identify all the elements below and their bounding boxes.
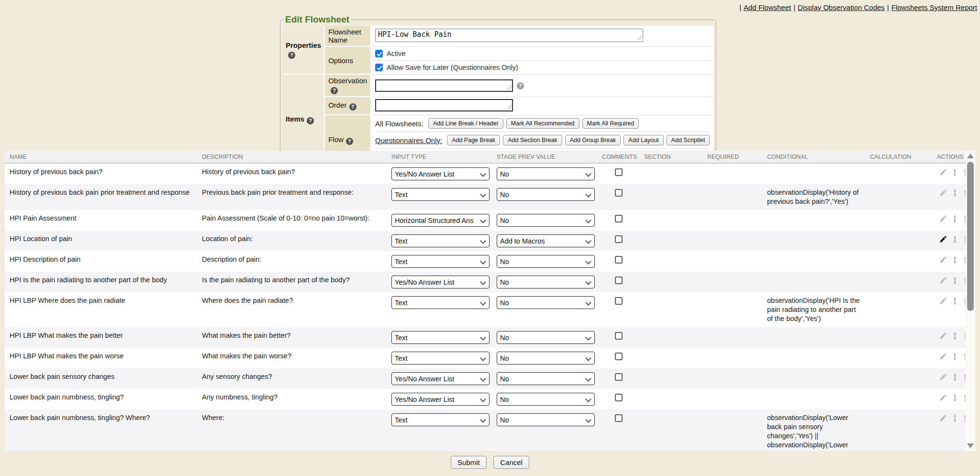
edit-icon[interactable] bbox=[939, 256, 947, 264]
nav-link[interactable]: Flowsheets System Report bbox=[891, 3, 977, 11]
stage-prev-value-select[interactable]: No bbox=[497, 352, 595, 365]
scroll-down-arrow-icon[interactable] bbox=[967, 443, 974, 448]
stage-prev-value-select[interactable]: Add to Macros bbox=[497, 234, 595, 247]
edit-icon[interactable] bbox=[939, 215, 947, 223]
stage-prev-value-select[interactable]: No bbox=[497, 188, 595, 201]
flow-action-button[interactable]: Add Section Break bbox=[503, 135, 562, 145]
stage-prev-value-select[interactable]: No bbox=[497, 276, 595, 288]
items-help-icon[interactable]: ? bbox=[307, 117, 314, 124]
column-header: CALCULATION bbox=[865, 151, 932, 163]
input-type-select[interactable]: Yes/No Answer List bbox=[391, 393, 490, 406]
item-section-cell bbox=[639, 292, 702, 327]
move-icon[interactable] bbox=[951, 256, 959, 264]
move-icon[interactable] bbox=[951, 277, 959, 285]
edit-icon[interactable] bbox=[939, 277, 947, 285]
stage-prev-value-select[interactable]: No bbox=[497, 331, 595, 344]
edit-icon[interactable] bbox=[939, 168, 947, 177]
order-help-icon[interactable]: ? bbox=[349, 103, 356, 111]
input-type-select[interactable]: Text bbox=[391, 188, 490, 201]
input-type-select[interactable]: Text bbox=[391, 331, 490, 344]
input-type-select[interactable]: Text bbox=[391, 352, 490, 365]
item-stage-prev-cell: No bbox=[492, 389, 597, 410]
edit-icon[interactable] bbox=[939, 414, 947, 422]
input-type-select[interactable]: Yes/No Answer List bbox=[391, 167, 490, 180]
submit-button[interactable]: Submit bbox=[451, 456, 487, 469]
flow-action-button[interactable]: Mark All Required bbox=[582, 118, 639, 129]
input-type-select[interactable]: Yes/No Answer List bbox=[391, 372, 490, 385]
comments-checkbox[interactable] bbox=[615, 414, 623, 422]
observation-field-help-icon[interactable]: ? bbox=[517, 82, 524, 89]
input-type-select[interactable]: Text bbox=[391, 296, 490, 309]
comments-checkbox[interactable] bbox=[615, 168, 623, 176]
item-stage-prev-cell: No bbox=[492, 210, 597, 231]
scroll-thumb[interactable] bbox=[967, 162, 974, 311]
move-icon[interactable] bbox=[951, 332, 959, 340]
properties-help-icon[interactable]: ? bbox=[288, 52, 295, 59]
comments-checkbox[interactable] bbox=[615, 189, 623, 197]
stage-prev-value-select[interactable]: No bbox=[497, 296, 595, 309]
move-icon[interactable] bbox=[951, 297, 959, 305]
edit-icon[interactable] bbox=[939, 297, 947, 305]
move-icon[interactable] bbox=[951, 235, 959, 244]
input-type-select[interactable]: Text bbox=[391, 413, 490, 426]
item-stage-prev-cell: No bbox=[492, 251, 597, 272]
nav-link[interactable]: Display Observation Codes bbox=[798, 3, 885, 11]
flow-action-button[interactable]: Add Line Break / Header bbox=[428, 118, 503, 129]
flow-action-button[interactable]: Add Layout bbox=[624, 135, 663, 145]
edit-icon[interactable] bbox=[939, 373, 947, 381]
item-comments-cell bbox=[597, 292, 639, 327]
item-description: Previous back pain prior treatment and r… bbox=[197, 184, 387, 210]
move-icon[interactable] bbox=[951, 189, 959, 197]
scroll-up-arrow-icon[interactable] bbox=[967, 154, 974, 158]
order-input[interactable] bbox=[375, 99, 513, 111]
move-icon[interactable] bbox=[951, 353, 959, 361]
edit-icon[interactable] bbox=[939, 332, 947, 340]
edit-icon[interactable] bbox=[939, 189, 947, 197]
edit-icon[interactable] bbox=[939, 235, 947, 244]
move-icon[interactable] bbox=[951, 394, 959, 402]
input-type-select[interactable]: Yes/No Answer List bbox=[391, 276, 490, 288]
observation-help-icon[interactable]: ? bbox=[331, 87, 338, 94]
cancel-button[interactable]: Cancel bbox=[493, 456, 529, 469]
flowsheet-name-input[interactable] bbox=[375, 29, 643, 42]
stage-prev-value-select[interactable]: No bbox=[497, 413, 595, 426]
item-comments-cell bbox=[597, 272, 639, 292]
move-icon[interactable] bbox=[951, 168, 959, 177]
stage-prev-value-select[interactable]: No bbox=[497, 255, 595, 268]
flow-action-button[interactable]: Add Page Break bbox=[447, 135, 500, 145]
observation-input[interactable] bbox=[375, 79, 513, 92]
comments-checkbox[interactable] bbox=[615, 277, 623, 284]
nav-link[interactable]: Add Flowsheet bbox=[744, 3, 791, 11]
edit-icon[interactable] bbox=[939, 353, 947, 361]
scrollbar[interactable] bbox=[966, 151, 975, 451]
input-type-select[interactable]: Text bbox=[391, 255, 490, 268]
comments-checkbox[interactable] bbox=[615, 332, 623, 340]
comments-checkbox[interactable] bbox=[615, 235, 623, 243]
flow-action-button[interactable]: Add Scriptlet bbox=[667, 135, 710, 145]
flow-help-icon[interactable]: ? bbox=[346, 138, 353, 145]
move-icon[interactable] bbox=[951, 414, 959, 422]
option-checkbox[interactable] bbox=[375, 64, 383, 71]
stage-prev-value-select[interactable]: No bbox=[497, 167, 595, 180]
item-description: History of previous back pain? bbox=[197, 163, 387, 184]
stage-prev-value-select[interactable]: No bbox=[497, 393, 595, 406]
move-icon[interactable] bbox=[951, 373, 959, 381]
form-legend: Edit Flowsheet bbox=[284, 14, 351, 25]
comments-checkbox[interactable] bbox=[615, 394, 623, 401]
comments-checkbox[interactable] bbox=[615, 373, 623, 381]
flow-action-button[interactable]: Add Group Break bbox=[565, 135, 621, 145]
stage-prev-value-select[interactable]: No bbox=[497, 214, 595, 227]
input-type-select[interactable]: Text bbox=[391, 234, 490, 247]
comments-checkbox[interactable] bbox=[615, 215, 623, 222]
stage-prev-value-select[interactable]: No bbox=[497, 372, 595, 385]
comments-checkbox[interactable] bbox=[615, 353, 623, 360]
edit-icon[interactable] bbox=[939, 394, 947, 402]
table-row: HPI LBP Where does the pain radiateWhere… bbox=[5, 292, 966, 327]
input-type-select[interactable]: Horizontal Structured Ans bbox=[391, 214, 490, 227]
item-required-cell bbox=[702, 210, 762, 231]
move-icon[interactable] bbox=[951, 215, 959, 223]
comments-checkbox[interactable] bbox=[615, 256, 623, 264]
comments-checkbox[interactable] bbox=[615, 297, 623, 305]
option-checkbox[interactable] bbox=[375, 50, 383, 57]
flow-action-button[interactable]: Mark All Recommended bbox=[506, 118, 579, 129]
